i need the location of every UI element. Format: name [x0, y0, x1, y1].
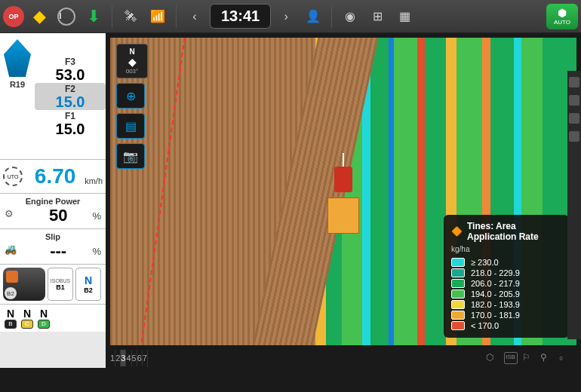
legend-label: 194.0 - 205.9 [471, 289, 520, 299]
divider [112, 5, 112, 28]
status-icon-1[interactable]: ⬡ [486, 352, 500, 364]
legend-panel[interactable]: 🔶 Tines: Area Application Rate kg/ha ≥ 2… [444, 215, 569, 338]
divider [331, 5, 332, 28]
status-icon-3[interactable]: ⚲ [540, 352, 554, 364]
right-toolbar [567, 71, 581, 339]
layout-icon[interactable]: ⊞ [365, 5, 389, 29]
legend-label: 182.0 - 193.9 [471, 300, 520, 309]
bottom-tabbar: 1234567 ⬡ ISB ⚐ ⚲ ⬨ [110, 348, 576, 368]
tractor-icon [4, 39, 31, 77]
legend-unit: kg/ha [451, 245, 561, 253]
implement-marker [327, 198, 359, 234]
divider [176, 5, 177, 28]
left-sidebar: R19 F3 53.0 F2 15.0 F1 15.0 UTO 6.70 [0, 33, 106, 368]
speed-value: 6.70 [26, 164, 85, 188]
right-tool-3[interactable] [569, 113, 579, 124]
tab-3[interactable]: 3 [121, 350, 126, 366]
engine-power-panel: Engine Power ⚙ 50 % [0, 194, 106, 229]
tab-2[interactable]: 2 [115, 350, 121, 366]
compass[interactable]: N ◆ 003° [116, 44, 148, 78]
legend-label: ≥ 230.0 [471, 258, 499, 267]
prev-button[interactable]: ‹ [183, 5, 207, 29]
legend-row: 170.0 - 181.9 [451, 311, 561, 320]
bottom-bar [0, 368, 581, 392]
section-indicators: NBNCND [0, 305, 106, 332]
vehicle-marker [334, 167, 352, 192]
legend-swatch [451, 258, 465, 267]
isobus-panel: ISOBUS B1 N B2 [0, 265, 106, 305]
isobus-b1[interactable]: ISOBUS B1 [48, 268, 73, 301]
stop-button[interactable]: OP [3, 6, 24, 27]
field-icon[interactable]: ▦ [392, 5, 417, 29]
layers-tool[interactable]: ▤ [116, 113, 145, 139]
legend-title: 🔶 Tines: Area Application Rate [451, 221, 561, 242]
legend-swatch [451, 279, 465, 288]
tab-7[interactable]: 7 [143, 350, 148, 366]
wifi-signal-icon[interactable]: 📶 [146, 5, 170, 29]
slip-value: --- [24, 241, 92, 261]
isb-icon[interactable]: ISB [504, 352, 518, 364]
speed-panel: UTO 6.70 km/h [0, 160, 106, 194]
tab-1[interactable]: 1 [110, 350, 115, 366]
download-icon[interactable]: ⬇ [81, 5, 106, 29]
legend-row: 218.0 - 229.9 [451, 268, 561, 277]
legend-label: 170.0 - 181.9 [471, 311, 520, 320]
gear-panel: R19 F3 53.0 F2 15.0 F1 15.0 [0, 33, 106, 160]
legend-row: ≥ 230.0 [451, 258, 561, 267]
user-icon[interactable]: 👤 [301, 5, 325, 29]
right-tool-2[interactable] [569, 95, 579, 106]
legend-row: 206.0 - 217.9 [451, 279, 561, 288]
legend-swatch [451, 268, 465, 277]
tab-5[interactable]: 5 [132, 350, 137, 366]
legend-row: 182.0 - 193.9 [451, 300, 561, 309]
center-tool[interactable]: ⊕ [116, 83, 145, 109]
info-button[interactable]: i [54, 5, 78, 29]
gauge-icon[interactable]: ◉ [338, 5, 362, 29]
right-tool-1[interactable] [569, 77, 579, 87]
isobus-b2[interactable]: N B2 [75, 268, 101, 301]
speed-unit: km/h [85, 176, 103, 185]
tab-4[interactable]: 4 [126, 350, 131, 366]
top-toolbar: OP ◆ i ⬇ 🛰 📶 ‹ 13:41 › 👤 ◉ ⊞ ▦ ⬢ AUTO [0, 0, 581, 33]
legend-swatch [451, 321, 465, 330]
next-button[interactable]: › [274, 5, 298, 29]
tines-icon: 🔶 [451, 226, 463, 237]
legend-label: < 170.0 [471, 321, 499, 330]
warning-icon[interactable]: ◆ [27, 5, 51, 29]
legend-label: 206.0 - 217.9 [471, 279, 520, 288]
status-icon-2[interactable]: ⚐ [522, 352, 536, 364]
reverse-gear-label: R19 [10, 80, 25, 89]
slip-panel: Slip 🚜 --- % [0, 229, 106, 265]
gear-f2-selected[interactable]: F2 15.0 [35, 83, 106, 110]
legend-swatch [451, 311, 465, 320]
clock: 13:41 [210, 4, 271, 29]
gear-f3[interactable]: F3 53.0 [35, 56, 106, 83]
legend-row: < 170.0 [451, 321, 561, 330]
implement-icon[interactable] [3, 268, 45, 301]
map-tools: ⊕ ▤ 📷 [116, 83, 145, 169]
gear-f1[interactable]: F1 15.0 [35, 110, 106, 137]
status-icon-4[interactable]: ⬨ [558, 352, 572, 364]
legend-label: 218.0 - 229.9 [471, 268, 520, 277]
engine-power-value: 50 [24, 206, 92, 225]
auto-gear-icon: UTO [3, 167, 23, 186]
legend-swatch [451, 300, 465, 309]
engine-icon: ⚙ [5, 208, 24, 223]
auto-button[interactable]: ⬢ AUTO [546, 4, 578, 29]
satellite-icon[interactable]: 🛰 [118, 5, 143, 29]
section-D[interactable]: ND [38, 308, 50, 329]
legend-row: 194.0 - 205.9 [451, 289, 561, 299]
right-tool-4[interactable] [569, 131, 579, 142]
map-area: N ◆ 003° ⊕ ▤ 📷 🔶 Tines: Area Application… [106, 33, 581, 368]
tab-6[interactable]: 6 [137, 350, 143, 366]
field-map[interactable]: N ◆ 003° ⊕ ▤ 📷 🔶 Tines: Area Application… [110, 38, 576, 345]
section-C[interactable]: NC [21, 308, 33, 329]
section-B[interactable]: NB [5, 308, 17, 329]
legend-swatch [451, 289, 465, 299]
camera-tool[interactable]: 📷 [116, 143, 145, 169]
slip-icon: 🚜 [5, 243, 24, 259]
